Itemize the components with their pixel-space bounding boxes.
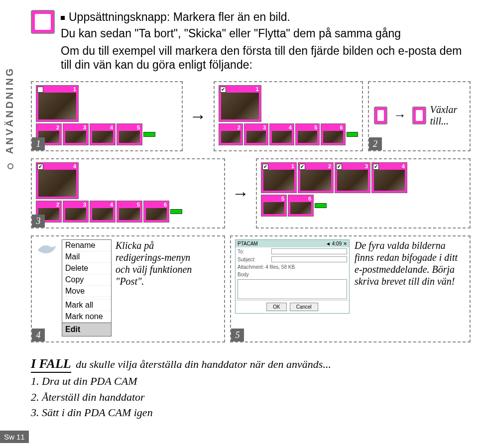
page-number: Sw 11 [0, 431, 29, 443]
step-1b-strip: ✔1 2 3 4 5 6 [214, 81, 363, 151]
battery-icon [315, 203, 327, 208]
email-to-input[interactable] [271, 248, 347, 254]
email-ok-button[interactable]: OK [266, 303, 286, 311]
ifail-step1: 1. Dra ut din PDA CAM [31, 373, 471, 389]
mode-b-icon [412, 107, 426, 124]
step-1-panel: 1 2 3 4 5 1 [31, 81, 183, 151]
menu-item-markall[interactable]: Mark all [62, 300, 111, 311]
thumbnail: 4 [269, 123, 294, 145]
thumbnail: 6 [321, 123, 345, 145]
menu-edit-button[interactable]: Edit [62, 323, 111, 336]
email-compose: PTACAM ◄ 4:09 ✕ To: Subject: Attachment:… [235, 239, 350, 314]
step-4-panel: Rename Mail Delete Copy Move Mark all Ma… [31, 235, 225, 342]
email-body-label: Body [238, 272, 269, 277]
thumbnail: 3 [244, 123, 268, 145]
thumbnail: ✔4 [36, 162, 79, 199]
email-app-title: PTACAM [238, 241, 258, 246]
edit-menu[interactable]: Rename Mail Delete Copy Move Mark all Ma… [62, 239, 112, 336]
dove-icon [36, 239, 58, 261]
menu-item-mail[interactable]: Mail [62, 251, 111, 263]
step-2-panel: → Växlar till... 2 [368, 81, 471, 151]
thumbnail: 3 [63, 201, 89, 223]
intro-block: Uppsättningsknapp: Markera fler än en bi… [31, 10, 471, 72]
intro-text: Uppsättningsknapp: Markera fler än en bi… [61, 10, 471, 72]
step-number: 5 [231, 329, 244, 341]
ifail-head: I FALL [31, 356, 71, 373]
arrow-icon: → [391, 108, 408, 123]
battery-icon [347, 132, 358, 137]
thumbnail: 2 [219, 123, 243, 145]
step5-text: De fyra valda bilderna finns redan bifog… [355, 239, 464, 287]
menu-item-delete[interactable]: Delete [62, 263, 111, 274]
menu-item-rename[interactable]: Rename [62, 240, 111, 251]
thumbnail: ✔3 [335, 162, 370, 193]
step-number: 2 [369, 137, 382, 150]
email-body-input[interactable] [238, 279, 347, 299]
bullet-icon [61, 16, 65, 20]
email-cancel-button[interactable]: Cancel [290, 303, 318, 311]
email-subject-label: Subject: [238, 257, 269, 262]
email-subject-input[interactable] [271, 256, 347, 262]
step-number: 1 [32, 137, 45, 150]
thumbnail: ✔1 [219, 85, 261, 122]
thumbnail: 3 [63, 123, 89, 145]
settings-icon [31, 10, 55, 34]
email-clock: ◄ 4:09 ✕ [326, 241, 347, 246]
sidebar-label: ANVÄNDNING [4, 67, 15, 169]
thumbnail: 5 [261, 195, 287, 217]
thumbnail: 6 [143, 201, 169, 223]
step4-text: Klicka på redigerings-menyn och välj fun… [116, 239, 205, 287]
ifail-step3: 3. Sätt i din PDA CAM igen [31, 405, 471, 421]
step-3-panel: ✔4 2 3 4 5 6 3 [31, 158, 225, 228]
toggle-note: Växlar till... [430, 104, 466, 127]
menu-item-move[interactable]: Move [62, 286, 111, 297]
step-number: 4 [32, 329, 45, 341]
thumbnail: ✔4 [371, 162, 407, 193]
ifail-step2: 2. Återställ din handdator [31, 389, 471, 405]
thumbnail: 5 [295, 123, 320, 145]
menu-item-copy[interactable]: Copy [62, 274, 111, 286]
email-attach-label: Attachment: 4 files, 58 KB [238, 264, 295, 270]
thumbnail: 4 [90, 201, 116, 223]
step-number: 3 [32, 215, 45, 227]
ifail-rest: du skulle vilja återställa din handdator… [76, 358, 331, 370]
thumbnail: 4 [90, 123, 116, 145]
arrow-icon: → [230, 184, 251, 203]
arrow-icon: → [188, 107, 209, 126]
step-3b-strip: ✔1 ✔2 ✔3 ✔4 5 6 [256, 158, 471, 228]
battery-icon [143, 132, 155, 137]
battery-icon [170, 209, 182, 214]
thumbnail: 5 [117, 201, 142, 223]
sidebar-circle-icon [7, 163, 13, 169]
mode-a-icon [374, 107, 388, 124]
step-5-panel: PTACAM ◄ 4:09 ✕ To: Subject: Attachment:… [230, 235, 471, 342]
ifail-block: I FALL du skulle vilja återställa din ha… [31, 354, 471, 421]
thumbnail: 6 [288, 195, 314, 217]
thumbnail: 5 [117, 123, 142, 145]
thumbnail: ✔1 [261, 162, 297, 193]
email-to-label: To: [238, 249, 269, 254]
thumbnail: 1 [36, 85, 79, 122]
menu-item-marknone[interactable]: Mark none [62, 311, 111, 323]
thumbnail: ✔2 [298, 162, 334, 193]
